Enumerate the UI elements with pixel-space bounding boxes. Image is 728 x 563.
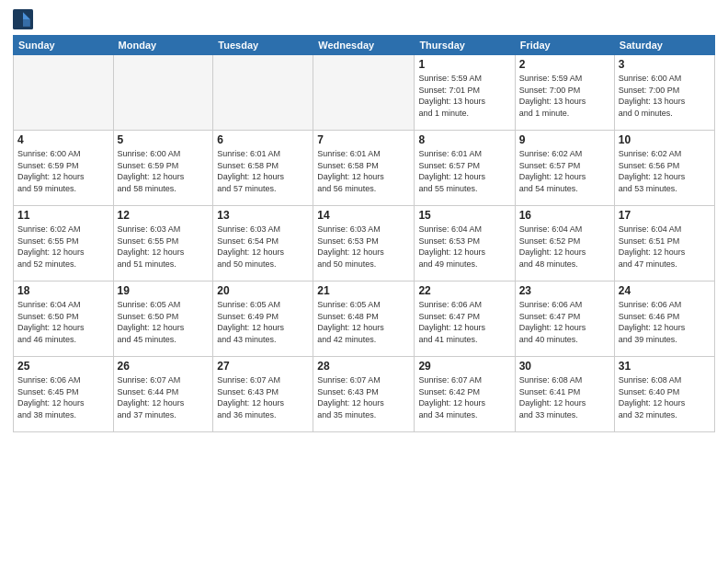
day-info: Sunrise: 6:05 AM Sunset: 6:48 PM Dayligh… (317, 299, 410, 345)
day-info: Sunrise: 6:01 AM Sunset: 6:58 PM Dayligh… (217, 148, 309, 194)
day-info: Sunrise: 6:05 AM Sunset: 6:50 PM Dayligh… (118, 299, 210, 345)
day-info: Sunrise: 6:06 AM Sunset: 6:46 PM Dayligh… (619, 299, 711, 345)
logo-icon (13, 9, 33, 29)
day-number: 28 (317, 360, 410, 373)
day-info: Sunrise: 6:01 AM Sunset: 6:57 PM Dayligh… (418, 148, 510, 194)
calendar-cell (213, 55, 313, 131)
calendar-cell: 4Sunrise: 6:00 AM Sunset: 6:59 PM Daylig… (14, 131, 114, 206)
day-info: Sunrise: 6:03 AM Sunset: 6:55 PM Dayligh… (118, 224, 210, 270)
calendar-cell: 7Sunrise: 6:01 AM Sunset: 6:58 PM Daylig… (313, 131, 415, 206)
day-number: 25 (17, 360, 109, 373)
day-info: Sunrise: 6:04 AM Sunset: 6:50 PM Dayligh… (17, 299, 109, 345)
day-info: Sunrise: 6:03 AM Sunset: 6:54 PM Dayligh… (217, 224, 309, 270)
day-number: 2 (519, 58, 610, 71)
weekday-header: Sunday (14, 36, 114, 55)
day-info: Sunrise: 5:59 AM Sunset: 7:01 PM Dayligh… (418, 73, 510, 119)
day-number: 17 (619, 209, 711, 222)
calendar-cell: 5Sunrise: 6:00 AM Sunset: 6:59 PM Daylig… (113, 131, 213, 206)
calendar-cell: 20Sunrise: 6:05 AM Sunset: 6:49 PM Dayli… (213, 282, 313, 357)
calendar-cell: 29Sunrise: 6:07 AM Sunset: 6:42 PM Dayli… (415, 357, 515, 432)
calendar-cell: 26Sunrise: 6:07 AM Sunset: 6:44 PM Dayli… (113, 357, 213, 432)
calendar-cell (313, 55, 415, 131)
day-info: Sunrise: 6:02 AM Sunset: 6:57 PM Dayligh… (519, 148, 610, 194)
calendar-cell: 6Sunrise: 6:01 AM Sunset: 6:58 PM Daylig… (213, 131, 313, 206)
calendar-cell: 25Sunrise: 6:06 AM Sunset: 6:45 PM Dayli… (14, 357, 114, 432)
day-number: 29 (418, 360, 510, 373)
calendar-week-row: 18Sunrise: 6:04 AM Sunset: 6:50 PM Dayli… (14, 282, 715, 357)
day-number: 24 (619, 284, 711, 297)
calendar-cell: 27Sunrise: 6:07 AM Sunset: 6:43 PM Dayli… (213, 357, 313, 432)
calendar-cell: 23Sunrise: 6:06 AM Sunset: 6:47 PM Dayli… (515, 282, 614, 357)
calendar-week-row: 11Sunrise: 6:02 AM Sunset: 6:55 PM Dayli… (14, 206, 715, 282)
day-number: 31 (619, 360, 711, 373)
weekday-header: Friday (515, 36, 614, 55)
calendar-cell: 3Sunrise: 6:00 AM Sunset: 7:00 PM Daylig… (614, 55, 714, 131)
day-info: Sunrise: 6:06 AM Sunset: 6:47 PM Dayligh… (519, 299, 610, 345)
day-number: 9 (519, 133, 610, 146)
calendar-cell: 21Sunrise: 6:05 AM Sunset: 6:48 PM Dayli… (313, 282, 415, 357)
day-info: Sunrise: 6:07 AM Sunset: 6:43 PM Dayligh… (217, 374, 309, 420)
day-info: Sunrise: 6:04 AM Sunset: 6:53 PM Dayligh… (418, 224, 510, 270)
calendar-cell: 1Sunrise: 5:59 AM Sunset: 7:01 PM Daylig… (415, 55, 515, 131)
weekday-header: Wednesday (313, 36, 415, 55)
day-info: Sunrise: 6:00 AM Sunset: 6:59 PM Dayligh… (118, 148, 210, 194)
calendar-cell: 22Sunrise: 6:06 AM Sunset: 6:47 PM Dayli… (415, 282, 515, 357)
day-number: 8 (418, 133, 510, 146)
calendar-table: SundayMondayTuesdayWednesdayThursdayFrid… (13, 35, 715, 432)
weekday-header: Saturday (614, 36, 714, 55)
day-info: Sunrise: 6:06 AM Sunset: 6:45 PM Dayligh… (17, 374, 109, 420)
calendar-cell: 28Sunrise: 6:07 AM Sunset: 6:43 PM Dayli… (313, 357, 415, 432)
day-number: 5 (118, 133, 210, 146)
day-number: 26 (118, 360, 210, 373)
calendar-cell: 16Sunrise: 6:04 AM Sunset: 6:52 PM Dayli… (515, 206, 614, 282)
day-info: Sunrise: 6:04 AM Sunset: 6:52 PM Dayligh… (519, 224, 610, 270)
calendar-cell: 10Sunrise: 6:02 AM Sunset: 6:56 PM Dayli… (614, 131, 714, 206)
day-number: 6 (217, 133, 309, 146)
day-number: 11 (17, 209, 109, 222)
calendar-cell: 2Sunrise: 5:59 AM Sunset: 7:00 PM Daylig… (515, 55, 614, 131)
day-info: Sunrise: 6:02 AM Sunset: 6:55 PM Dayligh… (17, 224, 109, 270)
weekday-header: Tuesday (213, 36, 313, 55)
logo (13, 9, 37, 29)
day-number: 13 (217, 209, 309, 222)
calendar-cell: 8Sunrise: 6:01 AM Sunset: 6:57 PM Daylig… (415, 131, 515, 206)
day-info: Sunrise: 5:59 AM Sunset: 7:00 PM Dayligh… (519, 73, 610, 119)
calendar-cell: 24Sunrise: 6:06 AM Sunset: 6:46 PM Dayli… (614, 282, 714, 357)
day-number: 12 (118, 209, 210, 222)
weekday-header-row: SundayMondayTuesdayWednesdayThursdayFrid… (14, 36, 715, 55)
day-number: 23 (519, 284, 610, 297)
calendar-cell: 17Sunrise: 6:04 AM Sunset: 6:51 PM Dayli… (614, 206, 714, 282)
day-number: 21 (317, 284, 410, 297)
weekday-header: Thursday (415, 36, 515, 55)
day-number: 1 (418, 58, 510, 71)
calendar-cell: 15Sunrise: 6:04 AM Sunset: 6:53 PM Dayli… (415, 206, 515, 282)
day-info: Sunrise: 6:08 AM Sunset: 6:40 PM Dayligh… (619, 374, 711, 420)
day-number: 14 (317, 209, 410, 222)
weekday-header: Monday (113, 36, 213, 55)
calendar-cell: 14Sunrise: 6:03 AM Sunset: 6:53 PM Dayli… (313, 206, 415, 282)
day-info: Sunrise: 6:07 AM Sunset: 6:42 PM Dayligh… (418, 374, 510, 420)
page: SundayMondayTuesdayWednesdayThursdayFrid… (0, 0, 728, 563)
calendar-cell (113, 55, 213, 131)
day-number: 20 (217, 284, 309, 297)
day-info: Sunrise: 6:03 AM Sunset: 6:53 PM Dayligh… (317, 224, 410, 270)
day-info: Sunrise: 6:00 AM Sunset: 6:59 PM Dayligh… (17, 148, 109, 194)
day-info: Sunrise: 6:05 AM Sunset: 6:49 PM Dayligh… (217, 299, 309, 345)
day-info: Sunrise: 6:08 AM Sunset: 6:41 PM Dayligh… (519, 374, 610, 420)
day-info: Sunrise: 6:04 AM Sunset: 6:51 PM Dayligh… (619, 224, 711, 270)
calendar-cell: 12Sunrise: 6:03 AM Sunset: 6:55 PM Dayli… (113, 206, 213, 282)
calendar-cell: 18Sunrise: 6:04 AM Sunset: 6:50 PM Dayli… (14, 282, 114, 357)
day-info: Sunrise: 6:00 AM Sunset: 7:00 PM Dayligh… (619, 73, 711, 119)
calendar-week-row: 25Sunrise: 6:06 AM Sunset: 6:45 PM Dayli… (14, 357, 715, 432)
day-number: 3 (619, 58, 711, 71)
day-number: 30 (519, 360, 610, 373)
calendar-week-row: 4Sunrise: 6:00 AM Sunset: 6:59 PM Daylig… (14, 131, 715, 206)
calendar-cell: 31Sunrise: 6:08 AM Sunset: 6:40 PM Dayli… (614, 357, 714, 432)
day-number: 18 (17, 284, 109, 297)
day-number: 10 (619, 133, 711, 146)
calendar-week-row: 1Sunrise: 5:59 AM Sunset: 7:01 PM Daylig… (14, 55, 715, 131)
day-info: Sunrise: 6:02 AM Sunset: 6:56 PM Dayligh… (619, 148, 711, 194)
day-info: Sunrise: 6:06 AM Sunset: 6:47 PM Dayligh… (418, 299, 510, 345)
calendar-cell: 19Sunrise: 6:05 AM Sunset: 6:50 PM Dayli… (113, 282, 213, 357)
day-number: 15 (418, 209, 510, 222)
